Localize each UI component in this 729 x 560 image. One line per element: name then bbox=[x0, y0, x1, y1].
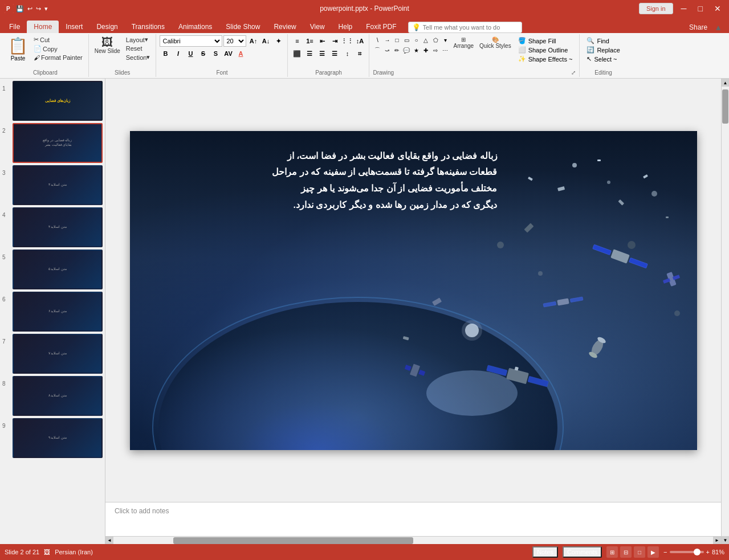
new-slide-button[interactable]: 🖼 New Slide bbox=[92, 35, 123, 55]
tab-animations[interactable]: Animations bbox=[172, 21, 219, 33]
increase-indent-btn[interactable]: ⇥ bbox=[329, 35, 340, 47]
columns-btn[interactable]: ⋮⋮ bbox=[341, 35, 353, 47]
shape-effects-button[interactable]: ✨ Shape Effects ~ bbox=[516, 55, 575, 63]
close-btn[interactable]: ✕ bbox=[711, 3, 724, 14]
align-left-btn[interactable]: ⬛ bbox=[291, 48, 303, 59]
tab-view[interactable]: View bbox=[303, 21, 332, 33]
spacing-btn[interactable]: AV bbox=[222, 48, 234, 59]
v-scroll-up[interactable]: ▲ bbox=[722, 79, 729, 87]
slide-thumb-4[interactable]: 4 متن اسلاید ۴ bbox=[2, 207, 103, 247]
tab-design[interactable]: Design bbox=[89, 21, 124, 33]
h-scroll-track[interactable] bbox=[113, 537, 713, 545]
zoom-slider[interactable] bbox=[670, 551, 704, 553]
drawing-expand-btn[interactable]: ⤢ bbox=[571, 70, 576, 76]
save-qa-btn[interactable]: 💾 bbox=[16, 5, 24, 13]
more-shapes-btn[interactable]: ▾ bbox=[441, 35, 450, 44]
slide-thumb-9[interactable]: 9 متن اسلاید ۹ bbox=[2, 418, 103, 458]
h-scroll-left[interactable]: ◄ bbox=[105, 537, 113, 545]
line-spacing-btn[interactable]: ↕ bbox=[341, 48, 353, 59]
pentagon-tool[interactable]: ⬠ bbox=[431, 35, 440, 44]
notes-btn[interactable]: Notes bbox=[532, 546, 558, 558]
slide-img-2[interactable]: زباله فضایی در واقعبقایای فعالیت بشر bbox=[13, 123, 103, 163]
select-button[interactable]: ↖ Select ~ bbox=[584, 55, 622, 63]
para-settings-btn[interactable]: ⌗ bbox=[354, 48, 365, 59]
normal-view-btn[interactable]: ⊞ bbox=[606, 546, 618, 558]
comments-btn[interactable]: Comments bbox=[563, 546, 602, 558]
slide-img-1[interactable]: زبان‌های فضایی bbox=[13, 81, 103, 121]
slide-thumb-6[interactable]: 6 متن اسلاید ۶ bbox=[2, 292, 103, 332]
rect-tool[interactable]: □ bbox=[392, 35, 401, 44]
minimize-btn[interactable]: ─ bbox=[678, 3, 690, 14]
tab-file[interactable]: File bbox=[2, 21, 27, 33]
bold-btn[interactable]: B bbox=[160, 48, 171, 59]
redo-qa-btn[interactable]: ↪ bbox=[36, 5, 41, 13]
customize-qa-btn[interactable]: ▾ bbox=[44, 5, 48, 13]
shapes-more-btn[interactable]: ⋯ bbox=[441, 46, 450, 55]
slide-thumb-7[interactable]: 7 متن اسلاید ۷ bbox=[2, 334, 103, 374]
h-scroll-thumb[interactable] bbox=[173, 537, 413, 544]
align-right-btn[interactable]: ☰ bbox=[316, 48, 328, 59]
decrease-indent-btn[interactable]: ⇤ bbox=[316, 35, 328, 47]
v-scrollbar[interactable]: ▲ ▼ bbox=[721, 79, 729, 544]
zoom-in-btn[interactable]: + bbox=[706, 549, 710, 555]
arrow2-tool[interactable]: ⇨ bbox=[431, 46, 440, 55]
slide-img-5[interactable]: متن اسلاید ۵ bbox=[13, 250, 103, 289]
underline-btn[interactable]: U bbox=[185, 48, 196, 59]
slide-thumb-8[interactable]: 8 متن اسلاید ۸ bbox=[2, 376, 103, 416]
h-scrollbar[interactable]: ◄ ► bbox=[105, 536, 721, 544]
tab-insert[interactable]: Insert bbox=[59, 21, 89, 33]
copy-button[interactable]: 📄 Copy bbox=[31, 44, 85, 53]
signin-button[interactable]: Sign in bbox=[639, 3, 673, 14]
freeform-tool[interactable]: ✏ bbox=[392, 46, 401, 55]
strikethrough-btn[interactable]: S bbox=[197, 48, 209, 59]
clear-format-btn[interactable]: ✦ bbox=[272, 35, 284, 47]
slide-panel-scrollable[interactable]: 1 زبان‌های فضایی 2 زباله فضایی در واقعبق… bbox=[2, 81, 103, 542]
slide-img-7[interactable]: متن اسلاید ۷ bbox=[13, 334, 103, 374]
increase-font-btn[interactable]: A↑ bbox=[247, 35, 259, 47]
paste-button[interactable]: 📋 Paste bbox=[6, 35, 30, 63]
font-size-select[interactable]: 20 bbox=[223, 35, 246, 47]
decrease-font-btn[interactable]: A↓ bbox=[260, 35, 271, 47]
slide-thumb-1[interactable]: 1 زبان‌های فضایی bbox=[2, 81, 103, 121]
h-scroll-right[interactable]: ► bbox=[713, 537, 721, 545]
slide-thumb-5[interactable]: 5 متن اسلاید ۵ bbox=[2, 250, 103, 289]
connector-tool[interactable]: ⤻ bbox=[382, 46, 392, 55]
star-tool[interactable]: ★ bbox=[412, 46, 421, 55]
slide-thumb-3[interactable]: 3 متن اسلاید ۳ bbox=[2, 165, 103, 205]
shape-fill-button[interactable]: 🪣 Shape Fill bbox=[516, 36, 575, 45]
share-label[interactable]: Share bbox=[689, 23, 707, 31]
replace-button[interactable]: 🔄 Replace bbox=[584, 46, 622, 54]
slide-img-3[interactable]: متن اسلاید ۳ bbox=[13, 165, 103, 205]
slide-canvas[interactable]: زباله فضایی در واقع بقایای فعالیت بشر در… bbox=[105, 79, 721, 502]
slide-img-6[interactable]: متن اسلاید ۶ bbox=[13, 292, 103, 332]
v-scroll-track[interactable] bbox=[722, 87, 729, 536]
layout-button[interactable]: Layout ▾ bbox=[124, 35, 153, 44]
shape-outline-button[interactable]: ⬜ Shape Outline bbox=[516, 46, 575, 54]
tell-me-wrapper[interactable]: 💡 bbox=[408, 22, 522, 33]
font-name-select[interactable]: Calibri bbox=[160, 35, 222, 47]
v-scroll-down[interactable]: ▼ bbox=[722, 536, 729, 544]
curve-tool[interactable]: ⌒ bbox=[373, 46, 382, 55]
tell-me-input[interactable] bbox=[423, 24, 514, 31]
find-button[interactable]: 🔍 Find bbox=[584, 36, 622, 45]
slide-thumb-2[interactable]: 2 زباله فضایی در واقعبقایای فعالیت بشر bbox=[2, 123, 103, 163]
outline-view-btn[interactable]: ⊟ bbox=[620, 546, 632, 558]
slide-img-9[interactable]: متن اسلاید ۹ bbox=[13, 418, 103, 458]
arrange-button[interactable]: ⊞ Arrange bbox=[451, 35, 476, 50]
tab-transitions[interactable]: Transitions bbox=[125, 21, 172, 33]
restore-btn[interactable]: □ bbox=[695, 3, 706, 14]
reading-view-btn[interactable]: □ bbox=[634, 546, 645, 558]
tab-help[interactable]: Help bbox=[332, 21, 360, 33]
text-direction-btn[interactable]: ↕A bbox=[354, 35, 365, 47]
reset-button[interactable]: Reset bbox=[124, 44, 153, 52]
notes-area[interactable]: Click to add notes bbox=[105, 502, 721, 536]
slide-img-4[interactable]: متن اسلاید ۴ bbox=[13, 207, 103, 247]
italic-btn[interactable]: I bbox=[172, 48, 184, 59]
tab-foxit[interactable]: Foxit PDF bbox=[359, 21, 403, 33]
bullets-btn[interactable]: ≡ bbox=[291, 35, 303, 47]
v-scroll-thumb[interactable] bbox=[722, 89, 728, 124]
tab-home[interactable]: Home bbox=[27, 21, 59, 33]
undo-qa-btn[interactable]: ↩ bbox=[27, 5, 32, 13]
line-tool[interactable]: \ bbox=[373, 35, 382, 44]
section-button[interactable]: Section ▾ bbox=[124, 53, 153, 62]
